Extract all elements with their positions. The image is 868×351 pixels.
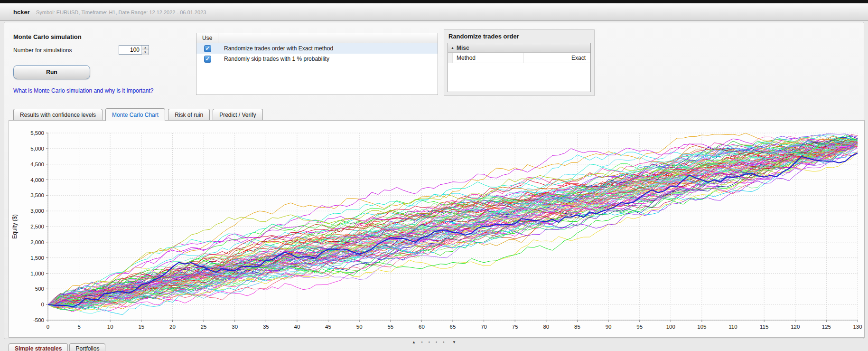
svg-text:65: 65 <box>450 324 456 330</box>
simulations-count-stepper[interactable]: ▲ ▼ <box>119 45 149 55</box>
monte-carlo-chart-panel: -50005001,0001,5002,0002,5003,0003,5004,… <box>9 120 865 338</box>
stepper-up-icon[interactable]: ▲ <box>142 46 149 50</box>
randomize-order-checkbox[interactable] <box>204 45 211 52</box>
svg-text:Equity ($): Equity ($) <box>11 214 18 238</box>
svg-text:35: 35 <box>263 324 269 330</box>
svg-text:110: 110 <box>728 324 737 330</box>
svg-text:25: 25 <box>201 324 207 330</box>
chart-pager: ▲ ● ● ● ● ▼ <box>0 338 868 345</box>
monte-carlo-options-list: Use Randomize trades order with Exact me… <box>196 33 438 95</box>
pager-dots[interactable]: ● ● ● ● <box>421 341 447 343</box>
stepper-down-icon[interactable]: ▼ <box>142 50 149 55</box>
svg-text:5,000: 5,000 <box>30 146 44 152</box>
svg-text:95: 95 <box>636 324 643 330</box>
pager-up-icon[interactable]: ▲ <box>412 340 416 344</box>
svg-text:3,000: 3,000 <box>30 208 44 214</box>
monte-carlo-equity-chart: -50005001,0001,5002,0002,5003,0003,5004,… <box>9 121 864 337</box>
svg-text:15: 15 <box>138 324 144 330</box>
svg-text:3,500: 3,500 <box>30 192 44 198</box>
use-column-header: Use <box>196 33 218 43</box>
checkbox-cell <box>196 56 218 63</box>
svg-text:-500: -500 <box>33 317 44 323</box>
options-list-header: Use <box>196 33 438 43</box>
svg-text:30: 30 <box>232 324 238 330</box>
tab-results-confidence-levels[interactable]: Results with confidence levels <box>13 109 103 121</box>
option-label: Randomly skip trades with 1 % probabilit… <box>218 56 329 62</box>
tab-portfolios[interactable]: Portfolios <box>69 343 105 351</box>
randomize-settings-panel: Randomize trades order ▲ Misc Method Exa… <box>444 29 595 96</box>
skip-trades-checkbox[interactable] <box>204 56 211 63</box>
tab-simple-strategies[interactable]: Simple strategies <box>9 343 68 351</box>
results-tab-strip: Results with confidence levels Monte Car… <box>13 108 266 121</box>
svg-text:115: 115 <box>760 324 768 330</box>
svg-text:85: 85 <box>574 324 580 330</box>
group-label: Misc <box>457 45 469 51</box>
randomize-panel-title: Randomize trades order <box>448 33 519 40</box>
svg-text:4,000: 4,000 <box>30 177 44 183</box>
svg-text:4,500: 4,500 <box>30 161 44 167</box>
svg-text:120: 120 <box>791 324 800 330</box>
svg-text:0: 0 <box>41 302 44 307</box>
option-row-skip-trades[interactable]: Randomly skip trades with 1 % probabilit… <box>196 54 438 64</box>
svg-text:40: 40 <box>294 324 300 330</box>
svg-text:10: 10 <box>107 324 113 330</box>
svg-text:105: 105 <box>697 324 706 330</box>
property-row-gutter <box>448 53 453 63</box>
svg-text:70: 70 <box>481 324 487 330</box>
property-value[interactable]: Exact <box>524 55 590 61</box>
svg-text:90: 90 <box>606 324 612 330</box>
svg-text:45: 45 <box>325 324 331 330</box>
group-collapse-icon: ▲ <box>451 46 454 49</box>
svg-text:2,500: 2,500 <box>30 224 44 229</box>
options-column-header <box>218 33 438 43</box>
top-menu-strip <box>0 0 868 3</box>
stepper-buttons: ▲ ▼ <box>141 46 149 54</box>
svg-text:60: 60 <box>419 324 425 330</box>
tab-predict-verify[interactable]: Predict / Verify <box>213 109 262 121</box>
property-group-misc[interactable]: ▲ Misc <box>448 43 590 53</box>
checkbox-cell <box>196 45 218 52</box>
application-window: hcker Symbol: EURUSD, Timeframe: H1, Dat… <box>0 0 868 351</box>
run-button[interactable]: Run <box>13 65 90 79</box>
svg-text:80: 80 <box>543 324 549 330</box>
svg-text:75: 75 <box>512 324 518 330</box>
simulations-count-label: Number for simulations <box>13 47 72 54</box>
svg-text:0: 0 <box>47 324 49 330</box>
strategy-title: hcker <box>13 9 30 16</box>
svg-text:20: 20 <box>169 324 176 330</box>
tab-risk-of-ruin[interactable]: Risk of ruin <box>168 109 210 121</box>
strategy-subtitle: Symbol: EURUSD, Timeframe: H1, Date Rang… <box>36 9 206 15</box>
svg-text:1,000: 1,000 <box>30 271 44 276</box>
property-row-method[interactable]: Method Exact <box>448 53 590 63</box>
svg-text:500: 500 <box>35 286 44 292</box>
tab-monte-carlo-chart[interactable]: Monte Carlo Chart <box>105 108 165 121</box>
svg-text:2,000: 2,000 <box>30 239 44 245</box>
svg-text:5: 5 <box>77 324 80 330</box>
pager-down-icon[interactable]: ▼ <box>452 340 456 344</box>
bottom-tab-strip: Simple strategies Portfolios <box>9 343 107 351</box>
option-label: Randomize trades order with Exact method <box>218 45 333 52</box>
svg-text:50: 50 <box>356 324 363 330</box>
svg-text:130: 130 <box>853 324 862 330</box>
option-row-randomize-order[interactable]: Randomize trades order with Exact method <box>196 43 438 54</box>
strategy-header-bar: hcker Symbol: EURUSD, Timeframe: H1, Dat… <box>0 3 868 21</box>
svg-text:5,500: 5,500 <box>30 130 44 136</box>
property-key: Method <box>453 53 524 63</box>
simulations-count-input[interactable] <box>119 46 141 54</box>
svg-text:55: 55 <box>387 324 393 330</box>
svg-text:100: 100 <box>666 324 675 330</box>
property-grid: ▲ Misc Method Exact <box>448 43 591 92</box>
monte-carlo-section-title: Monte Carlo simulation <box>13 33 82 40</box>
monte-carlo-help-link[interactable]: What is Monte Carlo simulation and why i… <box>13 87 153 94</box>
svg-text:125: 125 <box>822 324 831 330</box>
svg-text:1,500: 1,500 <box>30 255 44 261</box>
